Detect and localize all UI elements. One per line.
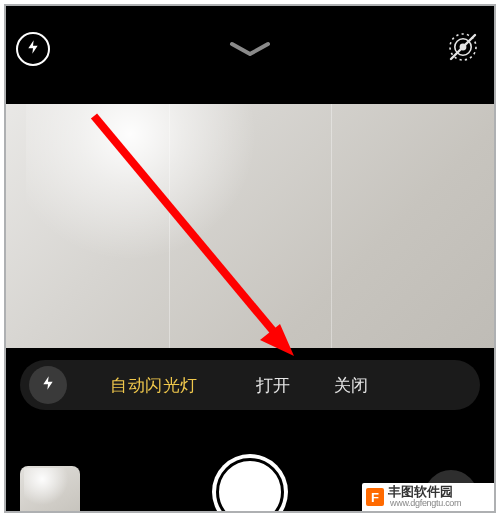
top-bar: [6, 6, 494, 86]
viewfinder-light-flare: [26, 104, 286, 274]
flash-icon: [25, 39, 41, 59]
shutter-ring: [216, 458, 284, 513]
watermark-title: 丰图软件园: [388, 485, 461, 499]
camera-roll-thumbnail[interactable]: [20, 466, 80, 513]
chevron-down-icon: [226, 46, 274, 63]
grid-line: [331, 104, 332, 348]
flash-toggle-button[interactable]: [16, 32, 50, 66]
options-collapse-button[interactable]: [226, 40, 274, 60]
watermark: F 丰图软件园 www.dgfengtu.com: [362, 483, 494, 511]
flash-mode-button[interactable]: [24, 361, 72, 409]
flash-option-off[interactable]: 关闭: [334, 374, 368, 397]
flash-options-bar: 自动闪光灯 打开 关闭: [20, 360, 480, 410]
camera-screen: 自动闪光灯 打开 关闭 F: [4, 4, 496, 513]
thumbnail-preview: [24, 468, 76, 512]
grid-line: [169, 104, 170, 348]
flash-option-auto[interactable]: 自动闪光灯: [110, 374, 198, 397]
watermark-url: www.dgfengtu.com: [390, 499, 461, 508]
live-photo-off-icon: [445, 29, 481, 69]
live-photo-toggle-button[interactable]: [444, 30, 482, 68]
flash-icon: [40, 375, 56, 395]
flash-option-on[interactable]: 打开: [256, 374, 290, 397]
watermark-logo: F: [366, 488, 384, 506]
shutter-button[interactable]: [212, 454, 288, 513]
camera-viewfinder[interactable]: [6, 104, 494, 348]
